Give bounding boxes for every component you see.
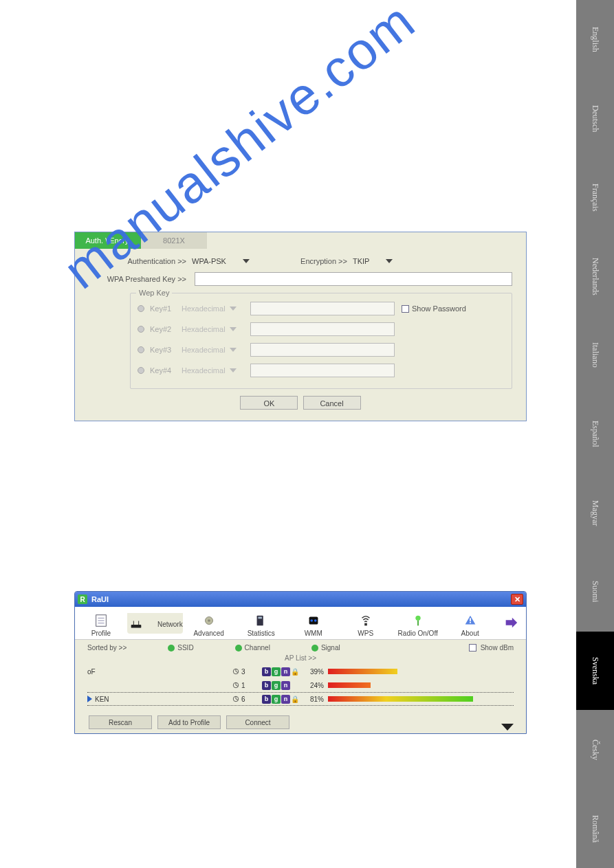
- wep-legend: Wep Key: [136, 289, 172, 297]
- svg-point-13: [314, 619, 317, 622]
- mode-g-icon: g: [272, 681, 281, 690]
- expand-icon[interactable]: [501, 724, 514, 731]
- wep-format-select[interactable]: Hexadecimal: [182, 304, 243, 313]
- close-button[interactable]: ✕: [511, 594, 523, 605]
- ap-percent: 39%: [303, 668, 328, 676]
- show-dbm-label: Show dBm: [481, 644, 514, 652]
- add-to-profile-button[interactable]: Add to Profile: [157, 715, 221, 729]
- tab-auth-encry[interactable]: Auth. \ Encry.: [75, 232, 141, 249]
- channel-icon: [232, 681, 240, 689]
- ok-button[interactable]: OK: [240, 396, 298, 410]
- wep-format-select[interactable]: Hexadecimal: [182, 325, 243, 333]
- wep-key-row: Key#4Hexadecimal: [138, 364, 505, 377]
- mode-b-icon: b: [262, 681, 271, 690]
- app-logo-icon: R: [78, 594, 87, 604]
- ap-row[interactable]: KEN6bgn🔒81%: [87, 692, 514, 706]
- toolbar-next-button[interactable]: [501, 615, 520, 632]
- wep-radio[interactable]: [138, 346, 144, 353]
- svg-line-27: [236, 699, 238, 700]
- ap-row[interactable]: oF3bgn🔒39%: [87, 665, 514, 678]
- authentication-select[interactable]: WPA-PSK: [192, 257, 250, 265]
- signal-bar: [328, 682, 507, 688]
- sort-opt-ssid[interactable]: SSID: [177, 644, 193, 652]
- mode-g-icon: g: [272, 695, 281, 704]
- toolbar-network[interactable]: Network: [127, 613, 183, 634]
- sort-opt-channel[interactable]: Channel: [245, 644, 270, 652]
- toolbar-about[interactable]: About: [444, 609, 496, 637]
- ap-percent: 81%: [303, 695, 328, 703]
- toolbar-label: Advanced: [183, 630, 235, 637]
- wep-radio[interactable]: [138, 367, 144, 374]
- encryption-select[interactable]: TKIP: [353, 257, 393, 265]
- svg-line-21: [236, 671, 238, 673]
- lang-tab-italiano[interactable]: Italiano: [576, 315, 614, 394]
- wep-key-input[interactable]: [250, 343, 395, 357]
- lock-icon: 🔒: [291, 668, 299, 676]
- lang-tab-français[interactable]: Français: [576, 158, 614, 237]
- ap-modes: bgn: [262, 681, 303, 690]
- lang-tab-suomi[interactable]: Suomi: [576, 553, 614, 632]
- footer-buttons: RescanAdd to ProfileConnect: [87, 715, 291, 729]
- wep-key-label: Key#2: [150, 325, 182, 333]
- toolbar-label: Profile: [75, 630, 127, 637]
- signal-bar: [328, 669, 507, 674]
- page-content: Auth. \ Encry. 8021X Authentication >> W…: [0, 0, 576, 868]
- svg-point-15: [415, 616, 420, 621]
- toolbar-label: Statistics: [235, 630, 287, 637]
- chevron-down-icon: [386, 259, 393, 263]
- wep-key-input[interactable]: [250, 302, 395, 315]
- wep-radio[interactable]: [138, 305, 144, 312]
- sort-opt-signal[interactable]: Signal: [321, 644, 340, 652]
- show-password-checkbox[interactable]: [402, 305, 409, 313]
- toolbar-wps[interactable]: WPS: [340, 609, 392, 637]
- psk-input[interactable]: [195, 272, 512, 286]
- connect-button[interactable]: Connect: [226, 715, 289, 729]
- ap-row[interactable]: 1bgn24%: [87, 678, 514, 692]
- statistics-icon: [235, 612, 287, 630]
- wep-key-input[interactable]: [250, 322, 395, 336]
- lang-tab-română[interactable]: Română: [576, 789, 614, 868]
- lang-tab-deutsch[interactable]: Deutsch: [576, 79, 614, 158]
- show-dbm-checkbox[interactable]: [469, 644, 476, 652]
- toolbar-label: Radio On/Off: [392, 630, 444, 637]
- mode-g-icon: g: [272, 667, 281, 676]
- toolbar-profile[interactable]: Profile: [75, 609, 127, 637]
- lang-tab-česky[interactable]: Česky: [576, 710, 614, 789]
- toolbar-advanced[interactable]: Advanced: [183, 609, 235, 637]
- wep-format-select[interactable]: Hexadecimal: [182, 346, 243, 354]
- cancel-button[interactable]: Cancel: [303, 396, 361, 410]
- close-icon: ✕: [514, 595, 520, 604]
- profile-icon: [75, 612, 127, 630]
- toolbar-label: About: [444, 630, 496, 637]
- lang-tab-english[interactable]: English: [576, 0, 614, 79]
- toolbar-label: WMM: [287, 630, 340, 637]
- selected-indicator-icon: [87, 695, 92, 702]
- titlebar: R RaUI ✕: [75, 592, 526, 607]
- wep-key-input[interactable]: [250, 364, 395, 377]
- chevron-down-icon: [243, 259, 250, 263]
- wep-format-select[interactable]: Hexadecimal: [182, 366, 243, 375]
- ap-channel: 3: [232, 667, 262, 676]
- lang-tab-magyar[interactable]: Magyar: [576, 474, 614, 553]
- lang-tab-nederlands[interactable]: Nederlands: [576, 236, 614, 315]
- wep-key-label: Key#3: [150, 346, 182, 354]
- toolbar-radio-on-off[interactable]: Radio On/Off: [392, 609, 444, 637]
- wep-radio[interactable]: [138, 326, 144, 333]
- svg-rect-18: [470, 622, 471, 623]
- ap-channel: 6: [232, 695, 262, 703]
- wep-key-row: Key#1HexadecimalShow Password: [138, 302, 505, 315]
- arrow-right-icon: [501, 615, 520, 630]
- lang-tab-svenska[interactable]: Svenska: [576, 632, 614, 711]
- toolbar-wmm[interactable]: WMM: [287, 609, 340, 637]
- wmm-icon: [287, 612, 340, 630]
- toolbar-label: Network: [157, 621, 183, 628]
- signal-bar: [328, 696, 507, 702]
- ap-percent: 24%: [303, 682, 328, 689]
- ap-ssid: oF: [87, 668, 232, 676]
- svg-rect-4: [131, 625, 142, 628]
- toolbar-statistics[interactable]: Statistics: [235, 609, 287, 637]
- lang-tab-español[interactable]: Español: [576, 394, 614, 474]
- tab-8021x[interactable]: 8021X: [141, 232, 207, 249]
- mode-b-icon: b: [262, 667, 271, 676]
- rescan-button[interactable]: Rescan: [89, 715, 152, 729]
